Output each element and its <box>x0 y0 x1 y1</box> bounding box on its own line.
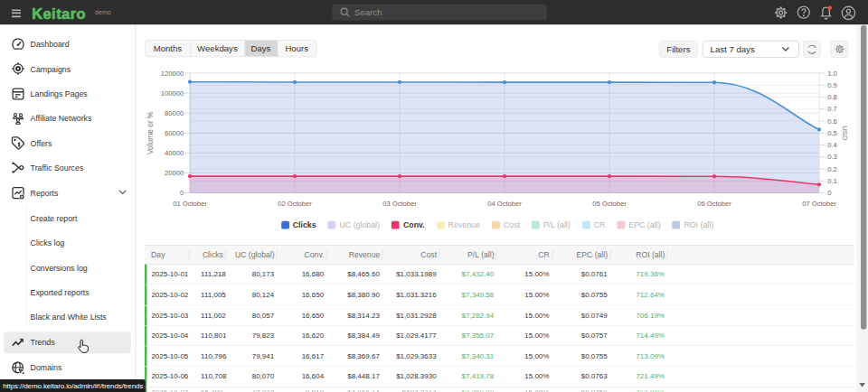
svg-text:60000: 60000 <box>165 129 184 137</box>
svg-text:20000: 20000 <box>165 169 184 177</box>
svg-text:0.4: 0.4 <box>827 141 837 149</box>
svg-text:USD: USD <box>841 126 849 141</box>
svg-text:04 October: 04 October <box>487 200 522 208</box>
svg-text:0.6: 0.6 <box>827 117 837 126</box>
svg-text:0: 0 <box>827 189 831 197</box>
svg-text:01 October: 01 October <box>173 200 207 208</box>
svg-text:0.7: 0.7 <box>827 105 837 113</box>
svg-text:1.0: 1.0 <box>827 70 837 78</box>
svg-text:03 October: 03 October <box>382 200 417 208</box>
svg-text:Volume or %: Volume or % <box>146 111 155 154</box>
svg-text:06 October: 06 October <box>697 200 731 208</box>
svg-text:100000: 100000 <box>161 89 184 98</box>
svg-text:07 October: 07 October <box>802 200 836 208</box>
svg-text:0.3: 0.3 <box>827 153 837 161</box>
svg-text:0.5: 0.5 <box>827 129 837 137</box>
svg-text:80000: 80000 <box>165 109 184 117</box>
svg-text:05 October: 05 October <box>592 200 627 208</box>
svg-text:0: 0 <box>180 189 184 197</box>
svg-text:0.8: 0.8 <box>827 93 837 101</box>
svg-text:0.2: 0.2 <box>827 165 837 173</box>
svg-text:40000: 40000 <box>165 149 184 157</box>
svg-text:120000: 120000 <box>161 70 184 78</box>
svg-text:02 October: 02 October <box>278 200 312 208</box>
svg-text:0.1: 0.1 <box>827 177 837 185</box>
svg-text:0.9: 0.9 <box>827 81 837 89</box>
